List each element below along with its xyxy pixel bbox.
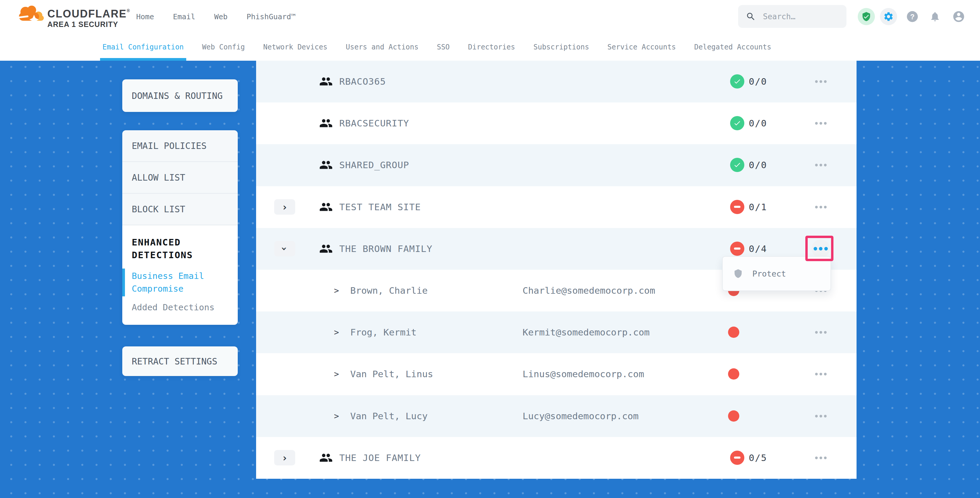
sidebar-item-email-policies[interactable]: EMAIL POLICIES bbox=[122, 130, 238, 162]
collapse-row-button[interactable]: › bbox=[274, 241, 295, 256]
protection-count: 0/0 bbox=[749, 102, 767, 144]
group-name: SHARED_GROUP bbox=[339, 144, 409, 186]
sidebar-item-added-detections[interactable]: Added Detections bbox=[132, 302, 229, 312]
top-header: CLOUDFLARE® AREA 1 SECURITY Home Email W… bbox=[0, 0, 980, 33]
status-blocked-dot bbox=[728, 326, 739, 338]
gear-icon bbox=[880, 8, 897, 25]
table-row-group[interactable]: › THE JOE FAMILY 0/5 bbox=[256, 437, 856, 479]
group-icon bbox=[319, 451, 333, 465]
table-row-group[interactable]: RBACSECURITY 0/0 bbox=[256, 102, 856, 144]
chevron-right-icon: > bbox=[334, 395, 339, 437]
table-row-group[interactable]: › TEST TEAM SITE 0/1 bbox=[256, 186, 856, 228]
highlight-annotation bbox=[805, 235, 834, 261]
tab-delegated-accounts[interactable]: Delegated Accounts bbox=[694, 33, 771, 61]
table-row-group[interactable]: SHARED_GROUP 0/0 bbox=[256, 144, 856, 186]
group-name: THE BROWN FAMILY bbox=[339, 228, 433, 270]
status-ok-badge bbox=[730, 74, 745, 89]
row-menu-button[interactable] bbox=[811, 449, 830, 467]
brand-subtitle: AREA 1 SECURITY bbox=[48, 20, 118, 29]
nav-item-web[interactable]: Web bbox=[214, 13, 228, 21]
row-menu-button[interactable] bbox=[811, 365, 830, 383]
primary-nav: Home Email Web PhishGuard™ bbox=[136, 0, 296, 33]
sidebar-item-business-email-compromise[interactable]: Business Email Compromise bbox=[132, 270, 226, 295]
search-bar[interactable] bbox=[738, 5, 846, 28]
settings-button[interactable] bbox=[880, 8, 897, 25]
table-row-member[interactable]: > Van Pelt, Linus Linus@somedemocorp.com bbox=[256, 353, 856, 395]
row-menu-button[interactable] bbox=[811, 198, 830, 216]
search-icon bbox=[746, 11, 756, 22]
sidebar-label: RETRACT SETTINGS bbox=[132, 356, 217, 366]
brand-name: CLOUDFLARE® bbox=[48, 8, 130, 20]
row-menu-button[interactable] bbox=[811, 407, 830, 425]
member-name: Brown, Charlie bbox=[350, 270, 428, 312]
bell-icon bbox=[929, 11, 940, 22]
section-tabs: Email Configuration Web Config Network D… bbox=[0, 33, 980, 61]
status-blocked-badge bbox=[730, 200, 745, 214]
member-name: Van Pelt, Lucy bbox=[350, 395, 428, 437]
expand-row-button[interactable]: › bbox=[274, 199, 295, 215]
notifications-button[interactable] bbox=[929, 11, 940, 22]
context-menu: Protect bbox=[722, 256, 831, 291]
tab-directories[interactable]: Directories bbox=[468, 33, 515, 61]
table-row-group[interactable]: RBACO365 0/0 bbox=[256, 61, 856, 102]
nav-item-phishguard[interactable]: PhishGuard™ bbox=[247, 13, 296, 21]
shield-check-icon bbox=[858, 8, 875, 25]
sidebar-item-block-list[interactable]: BLOCK LIST bbox=[122, 194, 238, 225]
minus-icon bbox=[734, 248, 740, 250]
status-blocked-dot bbox=[728, 368, 739, 380]
shield-icon bbox=[733, 269, 743, 278]
group-icon bbox=[319, 75, 333, 88]
protection-count: 0/5 bbox=[749, 437, 767, 479]
search-input[interactable] bbox=[762, 12, 838, 21]
tab-service-accounts[interactable]: Service Accounts bbox=[608, 33, 676, 61]
group-name: RBACSECURITY bbox=[339, 102, 409, 144]
chevron-right-icon: › bbox=[282, 453, 288, 463]
check-icon bbox=[733, 119, 741, 127]
row-menu-button[interactable] bbox=[811, 73, 830, 91]
group-icon bbox=[319, 242, 333, 256]
tab-users-and-actions[interactable]: Users and Actions bbox=[346, 33, 418, 61]
help-button[interactable]: ? bbox=[907, 11, 918, 22]
nav-item-home[interactable]: Home bbox=[136, 13, 154, 21]
group-name: THE JOE FAMILY bbox=[339, 437, 421, 479]
member-email: Charlie@somedemocorp.com bbox=[523, 270, 655, 312]
context-menu-item-protect[interactable]: Protect bbox=[752, 269, 786, 278]
sidebar-item-allow-list[interactable]: ALLOW LIST bbox=[122, 162, 238, 194]
tab-web-config[interactable]: Web Config bbox=[202, 33, 245, 61]
tab-sso[interactable]: SSO bbox=[437, 33, 449, 61]
tab-subscriptions[interactable]: Subscriptions bbox=[533, 33, 589, 61]
chevron-down-icon: › bbox=[280, 246, 290, 252]
group-icon bbox=[319, 158, 333, 172]
table-row-member[interactable]: > Van Pelt, Lucy Lucy@somedemocorp.com bbox=[256, 395, 856, 437]
account-button[interactable] bbox=[952, 10, 965, 23]
member-name: Frog, Kermit bbox=[350, 312, 417, 353]
nav-item-email[interactable]: Email bbox=[173, 13, 195, 21]
chevron-right-icon: > bbox=[334, 353, 339, 395]
sidebar-label: EMAIL POLICIES bbox=[132, 141, 207, 151]
table-row-member[interactable]: > Frog, Kermit Kermit@somedemocorp.com bbox=[256, 312, 856, 353]
sidebar-item-retract-settings[interactable]: RETRACT SETTINGS bbox=[122, 347, 238, 376]
cloudflare-cloud-icon bbox=[18, 3, 45, 23]
status-ok-badge bbox=[730, 158, 745, 172]
protection-status-button[interactable] bbox=[858, 8, 875, 25]
cloudflare-logo: CLOUDFLARE® AREA 1 SECURITY bbox=[18, 2, 118, 31]
member-email: Linus@somedemocorp.com bbox=[523, 353, 644, 395]
row-menu-button[interactable] bbox=[811, 323, 830, 342]
row-menu-button[interactable] bbox=[811, 114, 830, 133]
group-name: TEST TEAM SITE bbox=[339, 186, 421, 228]
sidebar-label: ALLOW LIST bbox=[132, 172, 185, 183]
sidebar-label: DOMAINS & ROUTING bbox=[132, 91, 223, 101]
protection-count: 0/1 bbox=[749, 186, 767, 228]
sidebar-item-enhanced-detections[interactable]: ENHANCED DETECTIONS bbox=[132, 236, 203, 261]
row-menu-button[interactable] bbox=[811, 156, 830, 174]
member-email: Kermit@somedemocorp.com bbox=[523, 312, 649, 353]
tab-email-configuration[interactable]: Email Configuration bbox=[102, 33, 184, 61]
sidebar-item-domains-routing[interactable]: DOMAINS & ROUTING bbox=[122, 80, 238, 112]
groups-table: RBACO365 0/0 RBACSECURITY 0/0 SHARED_GRO… bbox=[256, 61, 856, 479]
question-mark-icon: ? bbox=[907, 11, 918, 22]
group-name: RBACO365 bbox=[339, 61, 386, 102]
chevron-right-icon: › bbox=[282, 202, 288, 212]
protection-count: 0/0 bbox=[749, 61, 767, 102]
tab-network-devices[interactable]: Network Devices bbox=[263, 33, 328, 61]
expand-row-button[interactable]: › bbox=[274, 450, 295, 465]
